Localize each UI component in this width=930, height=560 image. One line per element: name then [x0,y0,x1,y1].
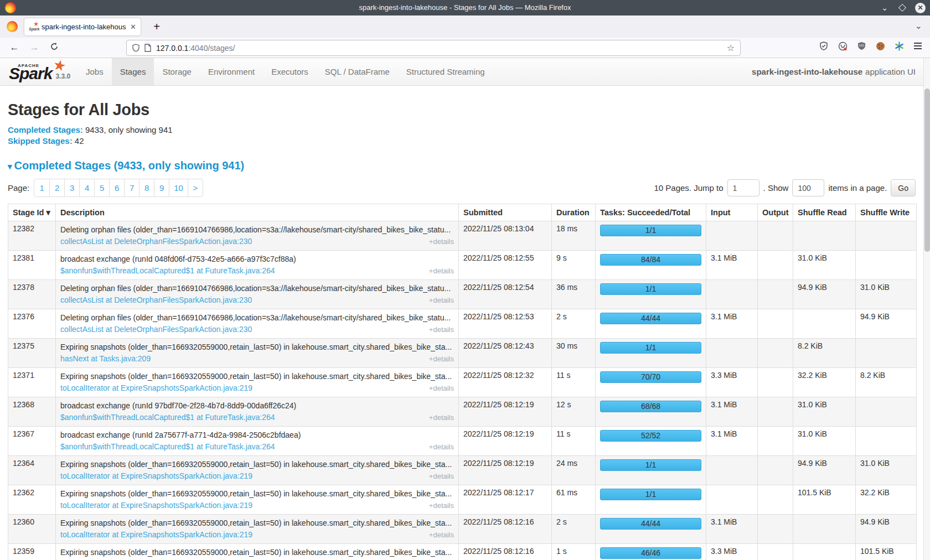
scrollbar-thumb[interactable] [924,89,930,252]
stage-description: Expiring snapshots (older_than=166932055… [60,488,454,500]
next-page-button[interactable]: > [188,179,203,196]
stage-detail-link[interactable]: toLocalIterator at ExpireSnapshotsSparkA… [60,500,252,511]
description-cell: Expiring snapshots (older_than=166932055… [56,515,459,544]
completed-stages-link[interactable]: Completed Stages: [8,125,83,134]
details-toggle[interactable]: +details [429,294,454,306]
nav-item-jobs[interactable]: Jobs [78,58,112,85]
window-close-icon[interactable]: ✕ [915,3,926,13]
column-header-output[interactable]: Output [758,204,793,221]
nav-item-structured-streaming[interactable]: Structured Streaming [398,58,493,85]
description-cell: Deleting orphan files (older_than=166910… [56,221,459,251]
cookie-icon[interactable] [875,40,886,51]
page-button-6[interactable]: 6 [109,179,124,196]
ublock-shield-icon[interactable]: UO [856,40,867,51]
nav-item-sql-dataframe[interactable]: SQL / DataFrame [317,58,398,85]
pages-info: 10 Pages. Jump to [654,183,723,193]
back-icon[interactable]: ← [8,41,21,54]
shuffle-read-cell [793,221,856,251]
details-toggle[interactable]: +details [429,382,454,394]
tasks-progress-bar: 1/1 [600,225,701,236]
shield-icon[interactable] [132,44,140,52]
new-tab-button[interactable]: + [149,20,164,34]
stage-detail-link[interactable]: $anonfun$withThreadLocalCaptured$1 at Fu… [60,265,275,277]
stage-detail-link[interactable]: toLocalIterator at ExpireSnapshotsSparkA… [60,470,252,482]
output-cell [758,427,793,456]
submitted-cell: 2022/11/25 08:12:43 [459,339,552,368]
stage-description: Expiring snapshots (older_than=166932055… [60,371,454,382]
url-bar[interactable]: 127.0.0.1:4040/stages/ ☆ [126,40,741,56]
details-toggle[interactable]: +details [429,324,454,335]
shield-check-icon[interactable] [818,40,829,51]
column-header-input[interactable]: Input [706,204,758,221]
page-info-icon[interactable] [144,44,151,52]
skipped-stages-summary: Skipped Stages: 42 [8,136,916,147]
tasks-cell: 1/1 [596,456,706,485]
browser-tab[interactable]: ★ Spark spark-ingest-into-lakehous ✕ [24,18,141,35]
jump-to-page-input[interactable] [727,179,760,196]
list-all-tabs-icon[interactable]: ⌄ [915,20,922,31]
account-mask-icon[interactable] [837,40,848,51]
output-cell [758,368,793,397]
details-toggle[interactable]: +details [429,500,454,511]
details-toggle[interactable]: +details [429,412,454,423]
stage-id-cell: 12359 [8,544,56,560]
nav-item-executors[interactable]: Executors [263,58,317,85]
stage-detail-link[interactable]: toLocalIterator at ExpireSnapshotsSparkA… [60,529,252,541]
stage-description: broadcast exchange (runId 97bdf70e-2f28-… [60,400,454,412]
details-toggle[interactable]: +details [429,470,454,482]
reload-icon[interactable] [48,41,61,54]
stage-detail-link[interactable]: collectAsList at DeleteOrphanFilesSparkA… [60,294,252,306]
nav-item-storage[interactable]: Storage [154,58,200,85]
column-header-description[interactable]: Description [56,204,459,221]
stage-row: 12367broadcast exchange (runId 2a75677f-… [8,427,917,456]
duration-cell: 9 s [552,251,596,280]
skipped-stages-link[interactable]: Skipped Stages: [8,136,73,146]
column-header-shuffle-read[interactable]: Shuffle Read [793,204,856,221]
page-button-9[interactable]: 9 [154,179,169,196]
tab-close-icon[interactable]: ✕ [130,23,136,31]
page-button-1[interactable]: 1 [34,179,49,196]
page-button-2[interactable]: 2 [49,179,64,196]
page-button-3[interactable]: 3 [64,179,79,196]
details-toggle[interactable]: +details [429,265,454,277]
details-toggle[interactable]: +details [429,529,454,541]
stage-detail-link[interactable]: toLocalIterator at ExpireSnapshotsSparkA… [60,382,252,394]
items-per-page-input[interactable] [792,179,824,196]
stage-detail-link[interactable]: collectAsList at DeleteOrphanFilesSparkA… [60,324,252,335]
page-scrollbar[interactable] [923,58,930,560]
window-maximize-icon[interactable] [897,3,907,13]
stage-detail-link[interactable]: $anonfun$withThreadLocalCaptured$1 at Fu… [60,412,275,423]
go-button[interactable]: Go [891,179,916,196]
forward-icon[interactable]: → [28,41,41,54]
shuffle-write-cell: 94.9 KiB [856,309,917,339]
column-header-duration[interactable]: Duration [552,204,596,221]
menu-hamburger-icon[interactable] [912,40,923,51]
page-button-7[interactable]: 7 [124,179,139,196]
stage-detail-link[interactable]: collectAsList at DeleteOrphanFilesSparkA… [60,236,252,247]
column-header-shuffle-write[interactable]: Shuffle Write [856,204,917,221]
completed-stages-section-toggle[interactable]: ▾Completed Stages (9433, only showing 94… [8,159,916,172]
output-cell [758,309,793,339]
page-button-10[interactable]: 10 [169,179,188,196]
page-button-5[interactable]: 5 [94,179,109,196]
column-header-submitted[interactable]: Submitted [459,204,552,221]
details-toggle[interactable]: +details [429,236,454,247]
stage-detail-link[interactable]: $anonfun$withThreadLocalCaptured$1 at Fu… [60,441,275,453]
window-minimize-icon[interactable]: ⌄ [880,3,890,13]
items-per-page-label: items in a page. [828,183,887,193]
page-button-4[interactable]: 4 [79,179,94,196]
stage-detail-link[interactable]: hasNext at Tasks.java:209 [60,353,151,365]
stage-id-cell: 12371 [8,368,56,397]
spark-navbar: APACHE Spark ★ 3.3.0 JobsStagesStorageEn… [0,58,923,86]
spark-logo[interactable]: APACHE Spark ★ 3.3.0 [6,58,78,85]
extension-asterisk-icon[interactable] [893,40,905,51]
nav-item-stages[interactable]: Stages [112,58,154,85]
bookmark-star-icon[interactable]: ☆ [727,43,735,53]
details-toggle[interactable]: +details [429,441,454,453]
column-header-stage-id[interactable]: Stage Id ▾ [8,204,56,221]
nav-item-environment[interactable]: Environment [200,58,263,85]
details-toggle[interactable]: +details [429,353,454,365]
page-button-8[interactable]: 8 [139,179,154,196]
column-header-tasks-succeeded-total[interactable]: Tasks: Succeeded/Total [596,204,706,221]
shuffle-read-cell: 94.9 KiB [793,280,856,309]
